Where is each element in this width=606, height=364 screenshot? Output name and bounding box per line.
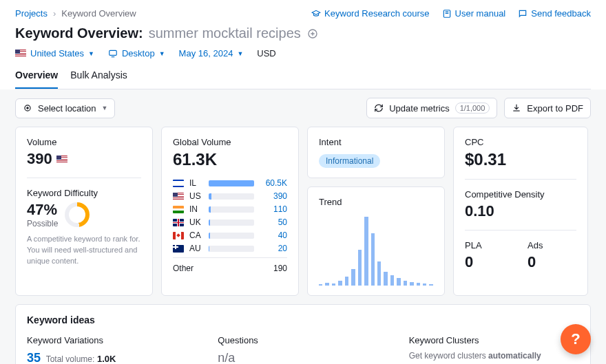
chevron-right-icon: › <box>53 8 56 19</box>
pla-label: PLA <box>465 240 514 250</box>
cpc-label: CPC <box>465 137 576 147</box>
course-link[interactable]: Keyword Research course <box>311 8 429 19</box>
kd-donut-icon <box>65 202 90 227</box>
trend-bar <box>345 277 348 286</box>
global-volume-card: Global Volume 61.3K IL60.5KUS390IN110UK5… <box>161 127 299 296</box>
gv-other-label: Other <box>173 264 194 273</box>
page-title: Keyword Overview: <box>15 25 143 41</box>
trend-bar <box>417 283 420 286</box>
trend-bar <box>377 261 381 286</box>
cd-value: 0.10 <box>465 202 576 220</box>
course-link-label: Keyword Research course <box>324 8 429 19</box>
keyword-ideas-card: Keyword ideas Keyword Variations 35 Tota… <box>15 304 591 364</box>
country-filter[interactable]: United States ▼ <box>15 48 94 58</box>
gv-country: UK <box>189 217 203 227</box>
update-metrics-label: Update metrics <box>389 103 449 114</box>
gv-row[interactable]: UK50 <box>173 217 287 227</box>
variations-count[interactable]: 35 <box>27 351 41 364</box>
global-volume-label: Global Volume <box>173 137 287 147</box>
breadcrumb-root[interactable]: Projects <box>15 8 48 19</box>
export-pdf-button[interactable]: Export to PDF <box>504 98 591 118</box>
manual-link[interactable]: User manual <box>442 8 506 19</box>
us-flag-icon <box>15 50 26 57</box>
currency-label: USD <box>257 48 275 58</box>
questions-label: Questions <box>218 335 388 345</box>
cpc-card: CPC $0.31 Competitive Density 0.10 PLA 0… <box>453 127 588 296</box>
gv-row[interactable]: AU20 <box>173 244 287 253</box>
trend-bar <box>390 275 394 286</box>
variations-label: Keyword Variations <box>27 335 197 345</box>
trend-bar <box>325 283 328 286</box>
gv-bar <box>209 180 254 186</box>
keyword-text: summer mocktail recipes <box>149 25 301 41</box>
questions-value: n/a <box>218 351 388 364</box>
gv-bar <box>209 206 254 213</box>
volume-value: 390 <box>27 150 52 168</box>
clusters-text: Get keyword clusters <box>409 351 488 361</box>
gv-value: 110 <box>260 204 287 214</box>
update-count-pill: 1/1,000 <box>455 103 490 114</box>
kd-label: Keyword Difficulty <box>27 188 141 198</box>
trend-bar <box>338 281 342 286</box>
cpc-value: $0.31 <box>465 150 576 169</box>
ads-value: 0 <box>527 253 576 271</box>
device-filter-label: Desktop <box>122 48 155 58</box>
trend-bar <box>410 282 413 286</box>
select-location-button[interactable]: Select location ▼ <box>15 98 115 118</box>
chevron-down-icon: ▼ <box>88 50 94 57</box>
global-volume-value: 61.3K <box>173 150 287 169</box>
kd-note: A competitive keyword to rank for. You w… <box>27 234 141 267</box>
gv-row[interactable]: IL60.5K <box>173 178 287 188</box>
help-button[interactable]: ? <box>561 324 591 354</box>
gv-bar <box>209 220 254 226</box>
refresh-icon <box>374 103 384 113</box>
trend-card: Trend <box>307 186 445 296</box>
chevron-down-icon: ▼ <box>102 105 108 111</box>
flag-icon <box>173 219 184 226</box>
country-filter-label: United States <box>30 48 84 58</box>
manual-link-label: User manual <box>455 8 506 19</box>
feedback-link[interactable]: Send feedback <box>518 8 591 19</box>
intent-label: Intent <box>319 137 433 147</box>
intent-pill: Informational <box>319 154 380 168</box>
cd-label: Competitive Density <box>465 189 576 200</box>
chat-icon <box>518 9 527 19</box>
gv-other-value: 190 <box>273 264 287 273</box>
ads-label: Ads <box>527 240 576 250</box>
date-filter[interactable]: May 16, 2024 ▼ <box>179 48 244 58</box>
update-metrics-button[interactable]: Update metrics 1/1,000 <box>366 98 497 118</box>
trend-bar <box>423 283 426 286</box>
gv-row[interactable]: CA40 <box>173 231 287 240</box>
gv-value: 50 <box>260 217 287 227</box>
flag-icon <box>173 245 184 253</box>
select-location-label: Select location <box>38 103 96 114</box>
flag-icon <box>173 180 184 187</box>
device-filter[interactable]: Desktop ▼ <box>108 48 165 58</box>
trend-bar <box>397 278 400 286</box>
flag-icon <box>173 232 184 239</box>
kd-word: Possible <box>27 219 58 228</box>
trend-bar <box>351 269 355 286</box>
gv-row[interactable]: IN110 <box>173 204 287 214</box>
gv-country: IN <box>189 204 203 214</box>
flag-icon <box>173 206 184 213</box>
tab-bulk-analysis[interactable]: Bulk Analysis <box>70 69 127 89</box>
add-keyword-button[interactable] <box>306 28 319 40</box>
target-icon <box>23 103 32 113</box>
gv-country: US <box>189 191 203 201</box>
tab-overview[interactable]: Overview <box>15 69 58 89</box>
breadcrumb-current: Keyword Overview <box>61 8 136 19</box>
chevron-down-icon: ▼ <box>237 50 243 57</box>
gv-value: 40 <box>260 231 287 240</box>
trend-bar <box>358 250 362 286</box>
gv-row[interactable]: US390 <box>173 191 287 201</box>
flag-icon <box>173 193 184 200</box>
gv-bar <box>209 193 254 200</box>
graduation-cap-icon <box>311 9 321 19</box>
intent-card: Intent Informational <box>307 127 445 178</box>
svg-point-4 <box>27 107 28 109</box>
variations-total-label: Total volume: <box>46 354 95 364</box>
gv-country: IL <box>189 178 203 188</box>
kd-value: 47% <box>27 201 58 219</box>
gv-value: 390 <box>260 191 287 201</box>
